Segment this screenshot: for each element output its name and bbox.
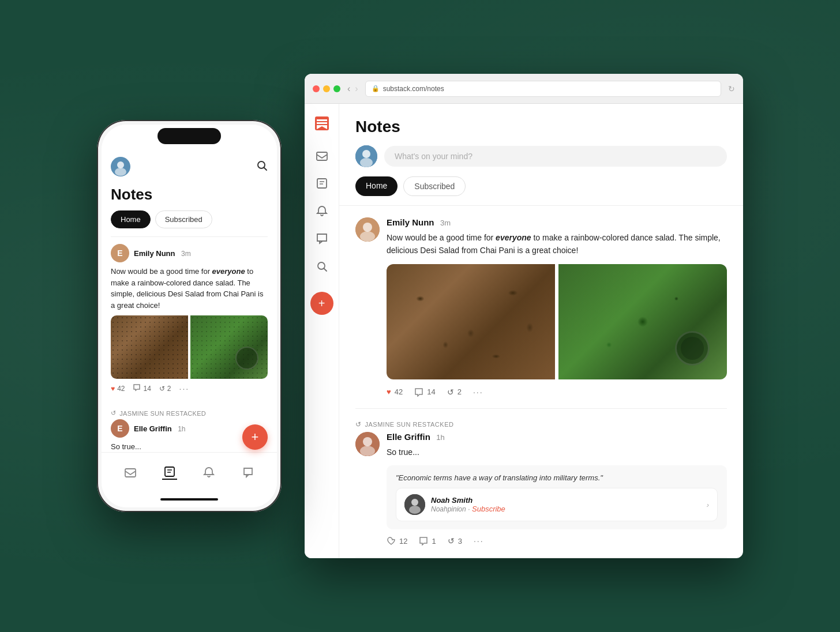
phone-home-indicator	[102, 491, 277, 507]
browser-tab-subscribed[interactable]: Subscribed	[403, 176, 466, 196]
post-1-restack[interactable]: ↺ 2	[159, 385, 171, 393]
browser-post-2-quote: "Economic terms have a way of translatin…	[387, 465, 727, 529]
svg-point-0	[117, 161, 124, 168]
phone-bottom-nav	[102, 452, 277, 491]
browser-sidebar: +	[305, 104, 339, 558]
browser-post-2-avatar[interactable]	[355, 432, 380, 456]
svg-point-25	[360, 446, 375, 456]
browser-forward-icon[interactable]: ›	[355, 84, 358, 94]
browser-nav: ‹ ›	[347, 84, 358, 94]
browser-main: Notes What's on your mind? Home	[339, 104, 743, 558]
browser-sidebar-fab[interactable]: +	[310, 292, 333, 315]
svg-point-27	[411, 499, 418, 506]
browser-feed: Emily Nunn 3m Now would be a good time f…	[339, 206, 743, 558]
traffic-light-fullscreen[interactable]	[333, 85, 340, 92]
browser-post-1-image-2	[558, 264, 727, 379]
traffic-light-minimize[interactable]	[323, 85, 330, 92]
browser-chrome: ‹ › 🔒 substack.com/notes ↻	[305, 74, 743, 104]
svg-rect-5	[165, 467, 174, 476]
post-2-author-name: Elle Griffin	[134, 424, 172, 433]
quote-author-info: Noah Smith Noahpinion · Subscribe	[431, 496, 505, 513]
post-1-like[interactable]: ♥ 42	[111, 385, 125, 393]
substack-logo[interactable]	[313, 115, 331, 131]
post-1-text: Now would be a good time for everyone to…	[111, 266, 268, 311]
browser-sidebar-chat[interactable]	[315, 232, 329, 246]
phone-search-icon[interactable]	[256, 160, 268, 174]
post-1-images	[111, 315, 268, 379]
browser-post-2-header: Elle Griffin 1h So true... "Economic ter…	[355, 432, 727, 546]
svg-point-18	[362, 150, 370, 158]
phone-fab[interactable]: +	[242, 424, 268, 450]
phone-nav-chat[interactable]	[241, 465, 256, 480]
browser-tabs: Home Subscribed	[355, 176, 727, 196]
browser-body: + Notes What's on your mind?	[305, 104, 743, 558]
phone-tabs: Home Subscribed	[111, 210, 268, 228]
browser-post-1-time: 3m	[440, 219, 451, 227]
phone-device: Notes Home Subscribed E	[97, 120, 282, 512]
quote-author-block[interactable]: Noah Smith Noahpinion · Subscribe ›	[396, 488, 718, 521]
browser-post-1-text: Now would be a good time for everyone to…	[387, 231, 727, 257]
post-1-avatar[interactable]: E	[111, 244, 129, 262]
phone-nav-bell[interactable]	[201, 465, 216, 480]
browser-post-1-comment[interactable]: 14	[414, 388, 435, 397]
post-1-more[interactable]: ···	[179, 384, 190, 393]
subscribe-link[interactable]: Subscribe	[472, 505, 505, 513]
browser-sidebar-search[interactable]	[315, 259, 329, 273]
comment-icon	[133, 383, 141, 393]
svg-line-16	[324, 269, 327, 272]
browser-post-1-actions: ♥ 42 14	[387, 388, 727, 397]
quote-author-name: Noah Smith	[431, 496, 505, 505]
browser-post-1-avatar[interactable]	[355, 217, 380, 242]
browser-back-icon[interactable]: ‹	[347, 84, 350, 94]
browser-url-bar[interactable]: 🔒 substack.com/notes	[365, 81, 721, 97]
quote-author-avatar	[404, 494, 425, 515]
post-1-image-2	[190, 315, 268, 379]
svg-point-24	[363, 437, 372, 446]
phone-post-1: E Emily Nunn 3m Now would be a good time…	[111, 236, 268, 400]
browser-sidebar-bell[interactable]	[315, 204, 329, 218]
phone-nav-notes[interactable]	[162, 465, 177, 480]
phone-notch	[158, 128, 221, 144]
phone-title: Notes	[111, 183, 268, 210]
phone-content: Notes Home Subscribed E	[102, 152, 277, 452]
svg-rect-11	[317, 152, 327, 160]
phone-tab-home[interactable]: Home	[111, 210, 151, 228]
browser-restack-row-2: ↺ JASMINE SUN RESTACKED	[355, 420, 727, 428]
post-1-author-name: Emily Nunn	[134, 249, 175, 258]
browser-post-2-more[interactable]: ···	[474, 536, 484, 546]
browser-post-1-restack[interactable]: ↺ 2	[447, 388, 462, 397]
browser-post-2: ↺ JASMINE SUN RESTACKED	[355, 409, 727, 558]
restack-icon: ↺	[159, 385, 165, 393]
browser-sidebar-inbox[interactable]	[315, 149, 329, 163]
browser-post-3: Nishant Jain 1d "The self may be royal, …	[355, 558, 727, 558]
post-2-avatar[interactable]: E	[111, 419, 129, 438]
browser-sidebar-notes[interactable]	[315, 176, 329, 190]
browser-post-1-author: Emily Nunn	[387, 217, 434, 227]
phone-tab-subscribed[interactable]: Subscribed	[155, 210, 212, 228]
svg-line-3	[264, 167, 267, 170]
phone-nav-inbox[interactable]	[123, 465, 138, 480]
browser-refresh-icon[interactable]: ↻	[728, 84, 735, 93]
browser-post-1-more[interactable]: ···	[473, 388, 483, 397]
browser-tab-home[interactable]: Home	[355, 176, 397, 196]
svg-point-21	[363, 223, 372, 232]
quote-author-pub-line: Noahpinion · Subscribe	[431, 505, 505, 513]
browser-post-1-like[interactable]: ♥ 42	[387, 388, 403, 396]
post-1-time: 3m	[181, 250, 191, 258]
phone-feed: E Emily Nunn 3m Now would be a good time…	[111, 236, 268, 452]
browser-post-1-image-1	[387, 264, 555, 379]
browser-post-2-restack[interactable]: ↺ 3	[448, 536, 462, 546]
compose-bar: What's on your mind?	[355, 145, 727, 167]
browser-post-2-comment[interactable]: 1	[419, 536, 436, 546]
phone-header	[111, 152, 268, 183]
post-2-time: 1h	[178, 425, 185, 433]
post-1-author: Emily Nunn 3m	[134, 248, 191, 258]
post-1-comment[interactable]: 14	[133, 383, 151, 393]
traffic-light-close[interactable]	[313, 85, 320, 92]
browser-restack-icon-1: ↺	[447, 388, 454, 397]
lock-icon: 🔒	[372, 85, 380, 92]
browser-post-2-like[interactable]: 12	[387, 536, 407, 546]
phone-user-avatar[interactable]	[111, 157, 130, 176]
compose-input[interactable]: What's on your mind?	[384, 146, 727, 167]
browser-comment-icon-1	[414, 388, 423, 397]
